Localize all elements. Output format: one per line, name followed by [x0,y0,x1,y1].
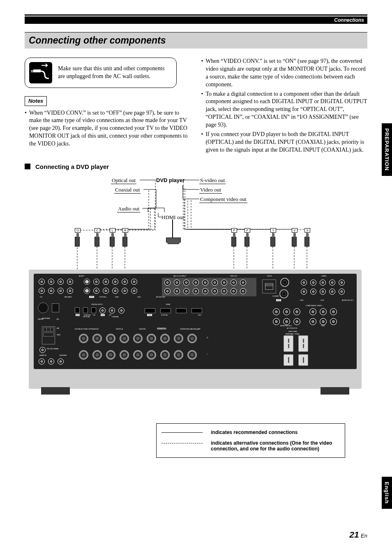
legend-dashed-text: indicates alternative connections (One f… [211,440,340,452]
legend-solid-text: indicates recommended connections [211,429,297,435]
unplug-icon [29,62,52,83]
side-tab-english: English [382,477,392,509]
solid-line-icon [161,432,203,433]
safety-callout: Make sure that this unit and other compo… [25,58,177,88]
callout-text: Make sure that this unit and other compo… [58,65,171,81]
note-bullet: • When “VIDEO CONV.” is set to “OFF” (se… [25,109,191,148]
svg-rect-1 [31,72,33,72]
header-section: Connections [25,16,367,24]
dashed-line-icon [161,443,203,443]
note-bullet: •If you connect your DVD player to both … [201,131,368,154]
side-tab-preparation: PREPARATION [382,123,392,176]
notes-label: Notes [25,96,47,106]
connection-diagram: Optical out DVD player S-video out Coaxi… [25,175,367,393]
note-bullet: •To make a digital connection to a compo… [201,90,368,129]
svg-rect-0 [31,70,33,71]
legend: indicates recommended connections indica… [156,423,345,458]
note-bullet: •When “VIDEO CONV.” is set to “ON” (see … [201,58,368,89]
page-title: Connecting other components [25,32,367,48]
diagram-wires [25,175,366,274]
sub-heading: Connecting a DVD player [25,163,367,170]
receiver-rear-panel: AUDIO MULTI CH INPUT PRE OUT DOCK VIDEO … [29,270,362,389]
page-number: 21 En [349,530,367,540]
